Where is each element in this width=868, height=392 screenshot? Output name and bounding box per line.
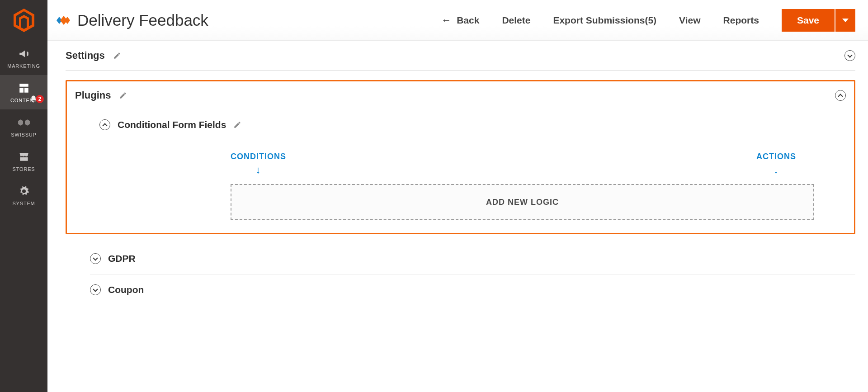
- sidebar-item-swissup[interactable]: SWISSUP: [0, 109, 47, 144]
- chevron-down-icon: [93, 255, 98, 260]
- settings-title: Settings: [66, 50, 105, 61]
- add-new-logic-button[interactable]: ADD NEW LOGIC: [231, 184, 814, 220]
- gdpr-collapse-toggle[interactable]: [90, 253, 101, 264]
- save-button[interactable]: Save: [782, 9, 835, 32]
- conditions-column-label: CONDITIONS ↓: [231, 152, 286, 176]
- admin-sidebar: MARKETING CONTENT 2 SWISSUP: [0, 0, 47, 392]
- conditional-title: Conditional Form Fields: [118, 119, 226, 130]
- subsection-gdpr: GDPR: [90, 243, 855, 274]
- export-label: Export Submissions(5): [553, 15, 656, 26]
- page-actions: ← Back Delete Export Submissions(5) View…: [441, 9, 855, 32]
- chevron-down-icon: [93, 287, 98, 292]
- coupon-collapse-toggle[interactable]: [90, 284, 101, 295]
- reports-button[interactable]: Reports: [723, 15, 759, 26]
- section-plugins: Plugins Conditional F: [66, 80, 855, 234]
- plugins-collapse-toggle[interactable]: [835, 90, 846, 101]
- chevron-up-icon: [838, 94, 843, 99]
- reports-label: Reports: [723, 15, 759, 26]
- sidebar-item-stores[interactable]: STORES: [0, 144, 47, 178]
- chevron-down-icon: [847, 52, 852, 57]
- actions-text: ACTIONS: [756, 152, 796, 161]
- sidebar-item-marketing[interactable]: MARKETING: [0, 41, 47, 75]
- view-button[interactable]: View: [679, 15, 700, 26]
- gear-icon: [17, 185, 31, 197]
- save-dropdown-button[interactable]: [835, 9, 855, 32]
- back-label: Back: [457, 15, 479, 26]
- arrow-down-icon: ↓: [256, 164, 261, 176]
- sidebar-item-label: SYSTEM: [12, 201, 35, 206]
- plugins-title: Plugins: [75, 90, 111, 101]
- back-button[interactable]: ← Back: [441, 15, 479, 26]
- delete-button[interactable]: Delete: [502, 15, 530, 26]
- subsection-conditional-fields: Conditional Form Fields CONDITIONS ↓ ACT…: [75, 119, 846, 220]
- triangle-down-icon: [842, 19, 849, 22]
- layout-icon: [17, 82, 31, 94]
- megaphone-icon: [17, 48, 31, 60]
- add-new-logic-label: ADD NEW LOGIC: [486, 198, 559, 207]
- badge-count: 2: [36, 95, 44, 103]
- magento-logo-icon: [14, 9, 34, 32]
- actions-column-label: ACTIONS ↓: [756, 152, 796, 176]
- logo[interactable]: [0, 0, 47, 41]
- pencil-icon[interactable]: [233, 121, 241, 129]
- section-settings: Settings: [66, 41, 855, 71]
- export-submissions-button[interactable]: Export Submissions(5): [553, 15, 656, 26]
- pencil-icon[interactable]: [113, 52, 121, 60]
- sidebar-item-label: MARKETING: [7, 63, 40, 69]
- page-title: Delivery Feedback: [77, 11, 208, 29]
- delete-label: Delete: [502, 15, 530, 26]
- arrow-left-icon: ←: [441, 15, 451, 25]
- view-label: View: [679, 15, 700, 26]
- sidebar-item-system[interactable]: SYSTEM: [0, 178, 47, 213]
- page-header: Delivery Feedback ← Back Delete Export S…: [47, 0, 868, 41]
- coupon-title: Coupon: [108, 284, 144, 295]
- conditional-collapse-toggle[interactable]: [99, 119, 110, 130]
- settings-collapse-toggle[interactable]: [844, 50, 855, 61]
- subsection-coupon: Coupon: [90, 274, 855, 305]
- pencil-icon[interactable]: [119, 91, 127, 99]
- storefront-icon: [17, 151, 31, 163]
- conditions-text: CONDITIONS: [231, 152, 286, 161]
- sidebar-item-label: SWISSUP: [11, 132, 36, 137]
- page-content: Settings Plugins: [47, 41, 868, 392]
- gdpr-title: GDPR: [108, 253, 136, 264]
- form-icon: [56, 13, 71, 28]
- sidebar-item-label: STORES: [13, 166, 35, 172]
- arrow-down-icon: ↓: [774, 164, 779, 176]
- sidebar-item-content[interactable]: CONTENT 2: [0, 75, 47, 109]
- notifications-badge[interactable]: 2: [29, 95, 44, 103]
- chevron-up-icon: [102, 123, 107, 128]
- hexagons-icon: [17, 117, 31, 128]
